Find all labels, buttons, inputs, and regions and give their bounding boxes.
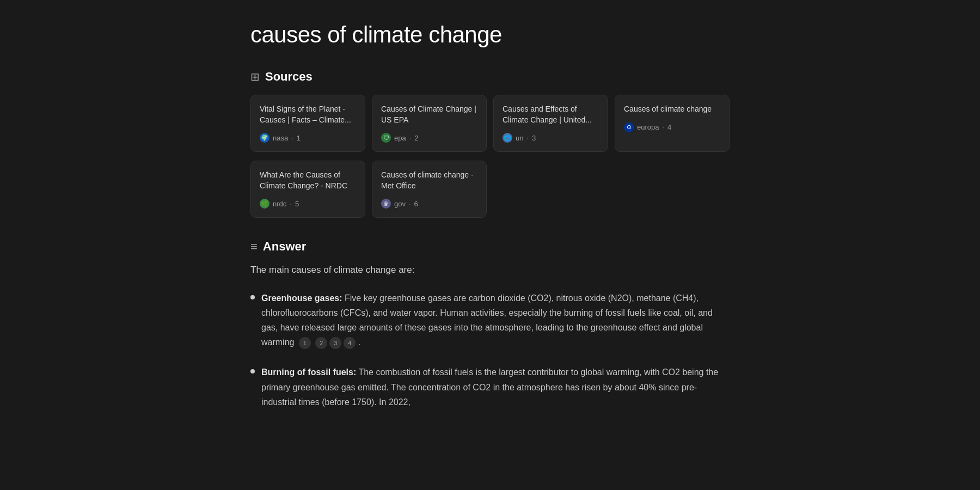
favicon-nasa: 🌍 <box>260 133 270 143</box>
source-number-3: 3 <box>532 134 536 142</box>
citation-badges-1b: 2 3 4 <box>315 337 356 349</box>
source-meta-4: ⊙ europa · 4 <box>624 122 720 132</box>
answer-section-header: Answer <box>250 240 730 254</box>
answer-term-2: Burning of fossil fuels: <box>261 367 356 377</box>
citation-badges-1: 1 <box>299 337 311 349</box>
source-title-4: Causes of climate change <box>624 104 720 115</box>
source-name-3: un <box>516 134 523 142</box>
source-number-1: 1 <box>297 134 301 142</box>
answer-icon <box>250 240 258 254</box>
source-card-1[interactable]: Vital Signs of the Planet - Causes | Fac… <box>250 95 365 152</box>
bullet-2 <box>250 369 255 373</box>
favicon-un: 🌐 <box>503 133 512 143</box>
answer-section: Answer The main causes of climate change… <box>250 240 730 409</box>
source-meta-6: ♛ gov · 6 <box>381 199 477 209</box>
main-container: causes of climate change Sources Vital S… <box>218 0 762 446</box>
source-number-4: 4 <box>667 123 671 131</box>
citation-3[interactable]: 3 <box>329 337 341 349</box>
empty-slot-2 <box>615 161 730 218</box>
source-card-3[interactable]: Causes and Effects of Climate Change | U… <box>493 95 608 152</box>
source-name-1: nasa <box>273 134 288 142</box>
source-meta-5: 🌿 nrdc · 5 <box>260 199 356 209</box>
answer-text-2: Burning of fossil fuels: The combustion … <box>261 365 730 409</box>
source-name-2: epa <box>394 134 406 142</box>
citation-2[interactable]: 2 <box>315 337 327 349</box>
source-card-4[interactable]: Causes of climate change ⊙ europa · 4 <box>615 95 730 152</box>
answer-list: Greenhouse gases: Five key greenhouse ga… <box>250 291 730 409</box>
favicon-epa: 🛡 <box>381 133 391 143</box>
source-meta-2: 🛡 epa · 2 <box>381 133 477 143</box>
page-title: causes of climate change <box>250 22 730 48</box>
source-title-3: Causes and Effects of Climate Change | U… <box>503 104 599 125</box>
source-title-2: Causes of Climate Change | US EPA <box>381 104 477 125</box>
source-meta-1: 🌍 nasa · 1 <box>260 133 356 143</box>
source-number-2: 2 <box>414 134 418 142</box>
favicon-europa: ⊙ <box>624 122 634 132</box>
answer-term-1: Greenhouse gases: <box>261 293 342 303</box>
bullet-1 <box>250 295 255 299</box>
source-card-6[interactable]: Causes of climate change - Met Office ♛ … <box>372 161 487 218</box>
source-name-6: gov <box>394 200 406 208</box>
source-number-6: 6 <box>414 200 418 208</box>
sources-grid-row2: What Are the Causes of Climate Change? -… <box>250 161 730 218</box>
sources-grid-row1: Vital Signs of the Planet - Causes | Fac… <box>250 95 730 152</box>
sources-section-header: Sources <box>250 70 730 84</box>
sources-section-title: Sources <box>265 70 313 84</box>
source-name-5: nrdc <box>273 200 286 208</box>
empty-slot-1 <box>493 161 608 218</box>
answer-text-1: Greenhouse gases: Five key greenhouse ga… <box>261 291 730 350</box>
favicon-nrdc: 🌿 <box>260 199 270 209</box>
answer-intro: The main causes of climate change are: <box>250 262 730 277</box>
answer-list-item-1: Greenhouse gases: Five key greenhouse ga… <box>250 291 730 350</box>
citation-1[interactable]: 1 <box>299 337 311 349</box>
source-meta-3: 🌐 un · 3 <box>503 133 599 143</box>
source-title-5: What Are the Causes of Climate Change? -… <box>260 170 356 191</box>
source-title-6: Causes of climate change - Met Office <box>381 170 477 191</box>
favicon-gov: ♛ <box>381 199 391 209</box>
source-number-5: 5 <box>295 200 299 208</box>
source-card-5[interactable]: What Are the Causes of Climate Change? -… <box>250 161 365 218</box>
source-name-4: europa <box>637 123 659 131</box>
citation-4[interactable]: 4 <box>344 337 356 349</box>
source-title-1: Vital Signs of the Planet - Causes | Fac… <box>260 104 356 125</box>
answer-list-item-2: Burning of fossil fuels: The combustion … <box>250 365 730 409</box>
answer-section-title: Answer <box>263 240 306 254</box>
sources-icon <box>250 70 260 83</box>
source-card-2[interactable]: Causes of Climate Change | US EPA 🛡 epa … <box>372 95 487 152</box>
